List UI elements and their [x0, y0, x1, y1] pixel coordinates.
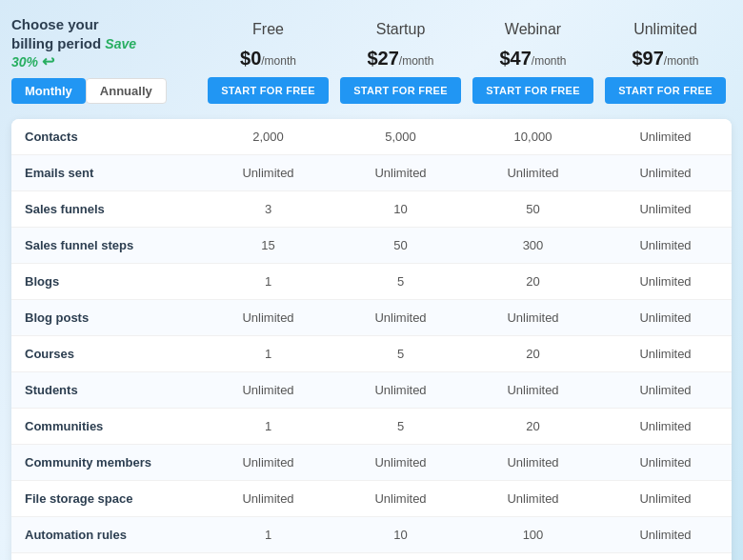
monthly-toggle[interactable]: Monthly [11, 78, 86, 104]
feature-name: Contacts [11, 119, 202, 154]
table-row: Emails sentUnlimitedUnlimitedUnlimitedUn… [11, 155, 732, 191]
start-btn-unlimited[interactable]: START FOR FREE [605, 77, 726, 104]
plan-header-unlimited: Unlimited $97/month START FOR FREE [599, 21, 732, 111]
plan-name-startup: Startup [334, 21, 467, 38]
feature-value: 20 [467, 553, 599, 560]
feature-name: Community members [11, 445, 202, 480]
feature-value: 50 [467, 191, 599, 227]
feature-value: Unlimited [599, 372, 732, 408]
feature-value: Unlimited [202, 372, 334, 408]
feature-value: Unlimited [599, 300, 732, 335]
table-row: Workflows1520Unlimited [11, 553, 732, 560]
plan-name-unlimited: Unlimited [599, 21, 732, 38]
plan-price-webinar: $47/month [467, 42, 599, 71]
feature-name: Blog posts [11, 300, 202, 335]
plan-header-startup: Startup $27/month START FOR FREE [334, 21, 467, 111]
feature-value: 100 [467, 517, 599, 552]
table-row: File storage spaceUnlimitedUnlimitedUnli… [11, 481, 732, 517]
feature-value: 1 [202, 336, 334, 371]
feature-value: Unlimited [599, 264, 732, 299]
feature-name: Workflows [11, 553, 202, 560]
table-row: Community membersUnlimitedUnlimitedUnlim… [11, 445, 732, 481]
feature-value: Unlimited [599, 119, 732, 154]
table-row: Sales funnel steps1550300Unlimited [11, 228, 732, 264]
table-row: Contacts2,0005,00010,000Unlimited [11, 119, 732, 155]
feature-value: Unlimited [334, 155, 467, 190]
feature-value: 10 [334, 191, 467, 227]
feature-value: 1 [202, 553, 334, 560]
plan-price-unlimited: $97/month [599, 42, 732, 71]
billing-selector: Choose your billing period Save30% ↩ Mon… [11, 15, 202, 111]
feature-value: Unlimited [599, 553, 732, 560]
feature-value: 5 [334, 264, 467, 299]
plan-header-free: Free $0/month START FOR FREE [202, 21, 334, 111]
feature-value: Unlimited [599, 409, 732, 444]
start-btn-free[interactable]: START FOR FREE [208, 77, 329, 104]
feature-name: Emails sent [11, 155, 202, 190]
header-row: Choose your billing period Save30% ↩ Mon… [11, 15, 732, 111]
start-btn-startup[interactable]: START FOR FREE [340, 77, 461, 104]
plan-name-free: Free [202, 21, 334, 38]
feature-value: 10 [334, 517, 467, 552]
feature-value: 5 [334, 336, 467, 371]
feature-value: 20 [467, 409, 599, 444]
feature-value: 20 [467, 336, 599, 371]
feature-value: 5 [334, 409, 467, 444]
table-row: Automation rules110100Unlimited [11, 517, 732, 553]
table-row: Blog postsUnlimitedUnlimitedUnlimitedUnl… [11, 300, 732, 336]
toggle-buttons: Monthly Annually [11, 78, 202, 104]
feature-name: Courses [11, 336, 202, 371]
feature-value: Unlimited [599, 191, 732, 227]
feature-value: 5 [334, 553, 467, 560]
feature-value: 3 [202, 191, 334, 227]
feature-value: Unlimited [599, 445, 732, 480]
feature-value: Unlimited [467, 155, 599, 190]
feature-value: 1 [202, 409, 334, 444]
plan-price-free: $0/month [202, 42, 334, 71]
pricing-page: Choose your billing period Save30% ↩ Mon… [0, 0, 743, 560]
plan-name-webinar: Webinar [467, 21, 599, 38]
save-arrow: ↩ [42, 53, 54, 70]
feature-value: 1 [202, 264, 334, 299]
feature-value: Unlimited [467, 445, 599, 480]
feature-name: File storage space [11, 481, 202, 516]
plan-price-startup: $27/month [334, 42, 467, 71]
feature-value: 5,000 [334, 119, 467, 154]
table-row: Courses1520Unlimited [11, 336, 732, 372]
start-btn-webinar[interactable]: START FOR FREE [472, 77, 593, 104]
feature-value: Unlimited [599, 155, 732, 190]
feature-value: Unlimited [334, 300, 467, 335]
feature-value: 10,000 [467, 119, 599, 154]
feature-value: 1 [202, 517, 334, 552]
feature-value: Unlimited [202, 300, 334, 335]
feature-value: 50 [334, 228, 467, 263]
feature-value: Unlimited [599, 336, 732, 371]
table-row: Communities1520Unlimited [11, 409, 732, 445]
feature-value: Unlimited [467, 300, 599, 335]
feature-name: Sales funnel steps [11, 228, 202, 263]
plan-header-webinar: Webinar $47/month START FOR FREE [467, 21, 599, 111]
feature-value: Unlimited [599, 228, 732, 263]
feature-name: Students [11, 372, 202, 408]
feature-value: 300 [467, 228, 599, 263]
feature-value: Unlimited [599, 481, 732, 516]
feature-value: Unlimited [202, 155, 334, 190]
feature-name: Communities [11, 409, 202, 444]
feature-value: 20 [467, 264, 599, 299]
table-row: Blogs1520Unlimited [11, 264, 732, 300]
feature-value: Unlimited [334, 481, 467, 516]
feature-value: Unlimited [467, 481, 599, 516]
annually-toggle[interactable]: Annually [86, 78, 167, 104]
billing-title: Choose your billing period Save30% ↩ [11, 15, 202, 72]
table-row: StudentsUnlimitedUnlimitedUnlimitedUnlim… [11, 372, 732, 409]
feature-value: 15 [202, 228, 334, 263]
feature-value: Unlimited [467, 372, 599, 408]
feature-name: Sales funnels [11, 191, 202, 227]
feature-name: Automation rules [11, 517, 202, 552]
feature-value: Unlimited [599, 517, 732, 552]
feature-value: Unlimited [334, 445, 467, 480]
features-table: Contacts2,0005,00010,000UnlimitedEmails … [11, 119, 732, 560]
table-row: Sales funnels31050Unlimited [11, 191, 732, 228]
feature-name: Blogs [11, 264, 202, 299]
feature-value: Unlimited [202, 445, 334, 480]
